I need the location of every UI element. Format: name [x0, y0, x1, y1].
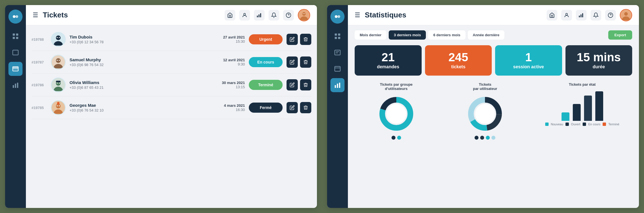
- delete-button[interactable]: [300, 34, 311, 45]
- legend-dot: [475, 136, 478, 140]
- bar-group-encours: [584, 96, 592, 121]
- svg-rect-8: [15, 84, 16, 88]
- sidebar-item-grid[interactable]: [330, 29, 345, 43]
- avatar[interactable]: [298, 9, 310, 21]
- chart-legend-2: [475, 136, 495, 140]
- svg-point-21: [56, 35, 61, 40]
- avatar[interactable]: [620, 9, 632, 21]
- stat-label: session active: [513, 64, 544, 69]
- delete-button[interactable]: [300, 56, 311, 68]
- donut-svg-1: [377, 94, 416, 133]
- tickets-panel: ☰ Tickets: [5, 5, 317, 208]
- filter-row: Mois dernier 3 derniers mois 6 derniers …: [355, 30, 632, 40]
- sidebar-item-cards[interactable]: [8, 62, 23, 76]
- menu-icon[interactable]: ☰: [355, 12, 360, 19]
- bell-icon: [271, 12, 277, 18]
- logo-icon: [333, 12, 342, 21]
- ticket-info: Samuel Murphy +33 (0)6 98 76 54 32: [70, 57, 213, 67]
- stats-sidebar: [327, 5, 348, 208]
- svg-point-25: [56, 58, 61, 63]
- donut-svg-2: [465, 94, 505, 133]
- svg-point-26: [57, 60, 58, 61]
- edit-button[interactable]: [287, 102, 298, 113]
- cards-icon: [12, 65, 19, 72]
- stats-cards: 21 demandes 245 tickets 1 session active…: [355, 45, 632, 76]
- inbox-icon: [227, 12, 233, 18]
- ticket-date-day: 4 mars 2021: [217, 103, 245, 108]
- avatar: [51, 32, 66, 47]
- export-button[interactable]: Export: [608, 30, 632, 40]
- svg-rect-3: [16, 33, 18, 36]
- svg-point-0: [13, 15, 15, 18]
- filter-6-mois[interactable]: 6 derniers mois: [428, 30, 465, 40]
- ticket-list: #19788 Tim Dubois +33 (0)6 12 34 56 78 2…: [26, 25, 317, 208]
- tickets-sidebar: [5, 5, 26, 208]
- delete-button[interactable]: [300, 102, 311, 113]
- inbox-button[interactable]: [225, 10, 235, 21]
- edit-icon: [290, 37, 295, 42]
- logo[interactable]: [8, 10, 23, 24]
- svg-point-39: [337, 15, 340, 18]
- bar-group-ouvert: [573, 104, 581, 121]
- svg-rect-43: [338, 37, 340, 39]
- sidebar-item-grid[interactable]: [8, 29, 23, 43]
- svg-rect-12: [259, 14, 260, 17]
- chart-button[interactable]: [576, 10, 587, 21]
- stat-number: 21: [381, 51, 395, 63]
- ticket-date-time: 13:15: [217, 85, 245, 89]
- bar-chart: Nouveau Ouvert En cours Terminé: [532, 90, 632, 126]
- svg-rect-49: [335, 85, 336, 88]
- grid-icon: [334, 33, 341, 40]
- stat-card-tickets: 245 tickets: [425, 45, 492, 76]
- ticket-avatar-image: [52, 78, 65, 92]
- trash-icon: [303, 105, 308, 110]
- sidebar-item-stats[interactable]: [8, 78, 23, 92]
- svg-point-19: [304, 13, 305, 14]
- stats-icon: [334, 81, 341, 89]
- svg-rect-5: [16, 37, 18, 39]
- sidebar-item-cards[interactable]: [330, 62, 345, 76]
- inbox-button[interactable]: [547, 10, 557, 21]
- user-button[interactable]: [239, 10, 250, 21]
- edit-button[interactable]: [287, 79, 298, 90]
- ticket-phone: +33 (0)6 12 34 56 78: [70, 40, 213, 44]
- sidebar-item-tickets[interactable]: [330, 46, 345, 60]
- legend-dot: [565, 123, 569, 126]
- donut-chart-1: [377, 94, 416, 133]
- bell-button[interactable]: [591, 10, 601, 21]
- stat-number: 15 mins: [577, 51, 621, 63]
- chart-button[interactable]: [254, 10, 265, 21]
- page-title: Statistiques: [365, 11, 542, 19]
- chart-per-user: Ticketspar utilisateur: [444, 82, 527, 140]
- delete-button[interactable]: [300, 79, 311, 90]
- chart-icon: [256, 12, 262, 18]
- bar: [573, 104, 581, 121]
- help-button[interactable]: [283, 10, 294, 21]
- sidebar-item-stats[interactable]: [330, 78, 345, 92]
- filter-mois-dernier[interactable]: Mois dernier: [355, 30, 386, 40]
- sidebar-item-tickets[interactable]: [8, 46, 23, 60]
- filter-annee[interactable]: Année dernière: [468, 30, 505, 40]
- ticket-date-day: 30 mars 2021: [217, 81, 245, 85]
- table-row: #19786 Olivia Williams +33 (0)6 87 65 43…: [32, 74, 311, 96]
- svg-point-35: [57, 105, 58, 107]
- bar-group-termine: [595, 91, 603, 121]
- ticket-phone: +33 (0)6 87 65 43 21: [70, 85, 213, 90]
- logo[interactable]: [330, 10, 345, 24]
- filter-3-mois[interactable]: 3 derniers mois: [389, 30, 426, 40]
- svg-rect-2: [13, 33, 15, 36]
- svg-point-22: [57, 37, 58, 38]
- bar: [595, 91, 603, 121]
- menu-icon[interactable]: ☰: [33, 12, 38, 19]
- edit-button[interactable]: [287, 34, 298, 45]
- chart-group-users: Tickets par grouped'utilisateurs: [355, 82, 438, 140]
- user-button[interactable]: [561, 10, 572, 21]
- svg-rect-54: [581, 14, 582, 17]
- stat-number: 245: [448, 51, 468, 63]
- edit-button[interactable]: [287, 56, 298, 68]
- svg-rect-42: [335, 37, 337, 39]
- stats-main: ☰ Statistiques: [348, 5, 639, 208]
- help-button[interactable]: [605, 10, 616, 21]
- bell-button[interactable]: [269, 10, 279, 21]
- ticket-actions: [287, 34, 311, 45]
